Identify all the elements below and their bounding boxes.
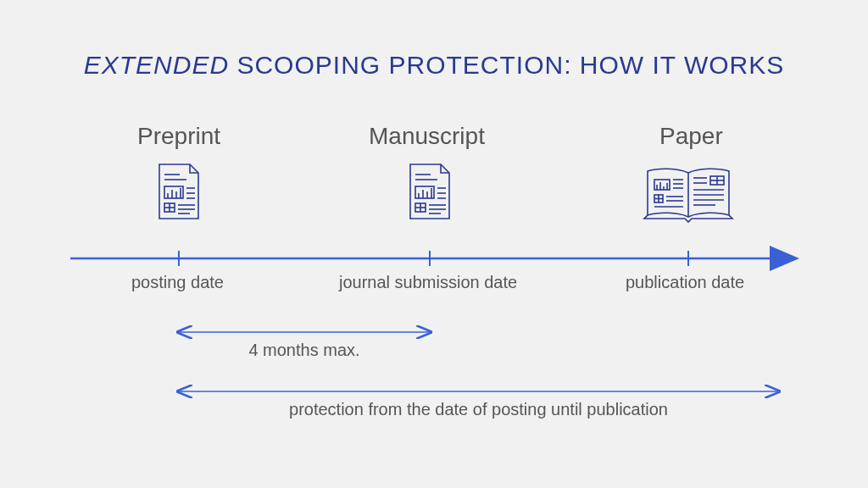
span-label-4-months: 4 months max. xyxy=(179,341,430,360)
open-book-icon xyxy=(641,166,736,225)
stage-label-manuscript: Manuscript xyxy=(369,123,485,150)
stage-label-preprint: Preprint xyxy=(137,123,220,150)
timeline-axis xyxy=(0,246,868,271)
tick-label-publication-date: publication date xyxy=(626,273,744,292)
stage-label-paper: Paper xyxy=(659,123,723,150)
span-arrow-protection xyxy=(0,383,868,400)
title-rest: SCOOPING PROTECTION: HOW IT WORKS xyxy=(229,51,784,79)
tick-label-submission-date: journal submission date xyxy=(339,273,517,292)
document-icon xyxy=(407,163,453,222)
span-label-protection: protection from the date of posting unti… xyxy=(179,400,778,419)
span-arrow-4-months xyxy=(0,324,868,341)
tick-label-posting-date: posting date xyxy=(131,273,224,292)
page-title: EXTENDED SCOOPING PROTECTION: HOW IT WOR… xyxy=(0,51,868,80)
title-emphasis: EXTENDED xyxy=(84,51,229,79)
document-icon xyxy=(156,163,202,222)
